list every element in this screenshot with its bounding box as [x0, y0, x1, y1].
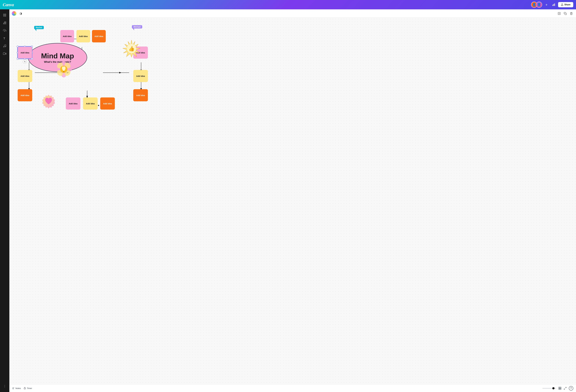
svg-point-12 — [3, 46, 4, 47]
cursor-michael: Michael — [132, 25, 142, 30]
svg-point-13 — [5, 46, 6, 47]
flower-sticker — [55, 60, 73, 78]
rachel-label: Rachel — [34, 26, 44, 29]
sidebar-item-audio[interactable] — [1, 42, 8, 50]
svg-rect-3 — [3, 14, 4, 15]
idea-box-top-left[interactable]: Add idea — [60, 30, 74, 42]
sidebar-item-layout[interactable] — [1, 12, 8, 19]
style-button[interactable]: ◑ — [18, 11, 23, 16]
idea-box-bottom-mid[interactable]: Add idea — [83, 97, 98, 110]
svg-text:👍: 👍 — [128, 46, 135, 52]
svg-rect-15 — [3, 53, 5, 55]
sidebar-item-elements[interactable] — [1, 19, 8, 27]
svg-rect-4 — [5, 14, 6, 15]
canvas[interactable]: Mind Map What's the main topic? Add idea… — [9, 18, 182, 118]
idea-box-right-mid[interactable]: Add idea — [133, 70, 148, 82]
idea-box-top-right[interactable]: Add idea — [92, 30, 106, 42]
rotate-handle[interactable]: ↻ — [23, 60, 27, 64]
canva-logo[interactable]: Canva — [3, 2, 14, 7]
color-palette-button[interactable] — [12, 11, 17, 16]
sidebar-item-text[interactable]: T — [1, 35, 8, 42]
idea-box-bottom-right[interactable]: Add idea — [100, 97, 115, 110]
svg-rect-5 — [3, 15, 4, 16]
svg-rect-53 — [63, 71, 64, 72]
svg-rect-54 — [63, 72, 64, 72]
svg-marker-14 — [5, 53, 6, 54]
cursor-rachel: Rachel — [34, 26, 44, 31]
heart-sticker — [41, 94, 56, 109]
michael-cursor-arrow — [133, 28, 134, 30]
toolbar: ◑ — [9, 9, 182, 18]
svg-point-52 — [62, 66, 65, 70]
sidebar-item-uploads[interactable] — [1, 27, 8, 34]
svg-text:T: T — [3, 37, 5, 40]
idea-box-bottom-left[interactable]: Add idea — [66, 97, 80, 110]
idea-box-left-bottom[interactable]: Add idea — [18, 89, 32, 101]
michael-label: Michael — [132, 25, 142, 28]
idea-box-right-bottom[interactable]: Add idea — [133, 89, 148, 101]
central-title: Mind Map — [41, 52, 74, 60]
svg-point-42 — [98, 105, 99, 106]
rachel-cursor-arrow — [35, 29, 36, 31]
sidebar-item-video[interactable] — [1, 50, 8, 57]
idea-box-left-mid[interactable]: Add idea — [18, 70, 32, 82]
thumbs-sticker: 👍 — [122, 40, 141, 57]
sidebar: T — [0, 9, 9, 118]
idea-box-top-mid[interactable]: Add idea — [76, 30, 90, 42]
idea-box-left-selected[interactable]: Add idea — [18, 47, 32, 59]
mind-map: Mind Map What's the main topic? Add idea… — [9, 18, 182, 118]
svg-rect-6 — [5, 15, 6, 16]
header: Canva 👤 👤 + Share — [0, 0, 182, 9]
